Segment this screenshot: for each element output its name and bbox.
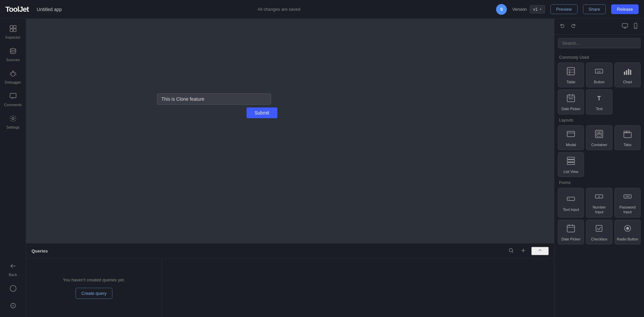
search-queries-button[interactable] [507,247,515,255]
svg-rect-19 [628,69,629,75]
widget-checkbox-label: Checkbox [591,237,607,241]
redo-button[interactable] [569,22,577,31]
logo: ToolJet [5,5,29,14]
sidebar-item-label: Back [9,273,17,277]
widget-number-input[interactable]: # Number Input [586,188,612,218]
svg-rect-2 [10,29,13,32]
widget-text-input-label: Text Input [563,207,579,212]
svg-point-9 [11,303,15,308]
svg-text:T: T [597,95,601,102]
chevron-down-icon: ▾ [540,7,541,11]
widget-text[interactable]: T Text [586,89,612,114]
svg-rect-44 [567,225,575,232]
widget-list-view-label: List View [564,169,578,174]
queries-detail [162,259,554,317]
svg-rect-34 [567,157,575,159]
svg-point-43 [628,196,629,197]
widget-checkbox[interactable]: Checkbox [586,220,612,244]
checkbox-icon [595,224,603,235]
queries-empty-text: You haven't created queries yet. [63,277,125,282]
sidebar-item-comments[interactable]: Comments [1,89,25,110]
create-query-button[interactable]: Create query [75,288,112,299]
forms-label: Forms [559,180,641,185]
queries-panel: Queries You haven't created queries yet.… [26,243,554,317]
date-picker-icon [567,94,575,104]
undo-button[interactable] [558,22,567,31]
right-panel: Commonly Used Table OK Button [554,19,644,317]
widget-password-input[interactable]: Password Input [614,188,641,218]
widget-date-picker[interactable]: Date Picker [558,89,584,114]
widget-date-picker-label: Date Picker [561,106,581,111]
widget-tabs[interactable]: Tabs [614,125,641,150]
widget-chart[interactable]: Chart [614,62,641,87]
sidebar-item-label: Comments [4,103,22,107]
widget-password-input-label: Password Input [617,205,638,215]
sidebar-item-settings[interactable]: Settings [1,111,25,133]
search-input[interactable] [558,38,641,48]
main-layout: Inspector Sources Debugger Comments Sett… [0,19,644,317]
sidebar: Inspector Sources Debugger Comments Sett… [0,19,26,317]
mobile-view-button[interactable] [631,22,640,31]
svg-point-13 [635,27,636,28]
widget-modal-label: Modal [566,142,576,147]
number-input-icon: # [595,192,603,203]
modal-icon [567,130,575,140]
widget-list-view[interactable]: List View [558,152,584,177]
chat-icon [9,285,17,294]
chart-icon [623,67,632,78]
widget-date-picker-form[interactable]: Date Picker [558,220,584,244]
table-icon [567,67,575,78]
save-status: All changes are saved [67,7,491,12]
sidebar-item-chat[interactable] [1,281,25,297]
widget-date-picker-form-label: Date Picker [561,237,581,241]
svg-point-4 [10,48,16,50]
widget-radio-button[interactable]: Radio Button [614,220,641,244]
text-input-icon [567,194,575,205]
svg-rect-0 [10,26,13,28]
widget-modal[interactable]: Modal [558,125,584,150]
version-selector[interactable]: v1 ▾ [530,5,545,13]
widget-container[interactable]: Container [586,125,612,150]
svg-rect-33 [627,131,630,133]
preview-button[interactable]: Preview [550,4,577,14]
queries-content: You haven't created queries yet. Create … [26,259,554,317]
widget-table[interactable]: Table [558,62,584,87]
canvas-wrapper: This is Clone feature Submit Queries [26,19,554,317]
add-query-button[interactable] [519,247,527,255]
sidebar-item-debugger[interactable]: Debugger [1,66,25,88]
date-picker-form-icon [567,224,575,235]
svg-text:OK: OK [597,70,601,73]
release-button[interactable]: Release [611,4,639,14]
svg-rect-28 [597,132,599,134]
desktop-view-button[interactable] [621,22,629,31]
tabs-icon [623,130,632,140]
canvas[interactable]: This is Clone feature Submit [26,19,554,243]
widget-text-input[interactable]: Text Input [558,188,584,218]
sidebar-item-label: Inspector [5,35,20,39]
container-icon [595,130,603,140]
sidebar-item-inspector[interactable]: Inspector [1,21,25,43]
back-icon [9,262,17,271]
button-icon: OK [595,67,603,78]
svg-rect-36 [567,163,575,165]
svg-rect-45 [596,225,602,231]
svg-point-41 [626,196,627,197]
share-button[interactable]: Share [583,4,606,14]
svg-point-23 [571,98,572,99]
theme-icon [9,302,17,311]
canvas-submit-button[interactable]: Submit [247,107,277,118]
sidebar-item-back[interactable]: Back [1,259,25,280]
radio-button-icon [623,224,632,235]
settings-icon [9,115,17,124]
svg-rect-6 [10,93,16,98]
svg-rect-3 [13,29,16,32]
layouts-grid: Modal Container Tabs [558,125,641,177]
comments-icon [9,92,17,101]
svg-rect-18 [626,70,627,75]
sidebar-item-theme[interactable] [1,299,25,314]
queries-title: Queries [32,248,503,254]
svg-rect-17 [624,72,625,75]
collapse-queries-button[interactable] [531,247,549,255]
widget-button[interactable]: OK Button [586,62,612,87]
sidebar-item-sources[interactable]: Sources [1,44,25,65]
